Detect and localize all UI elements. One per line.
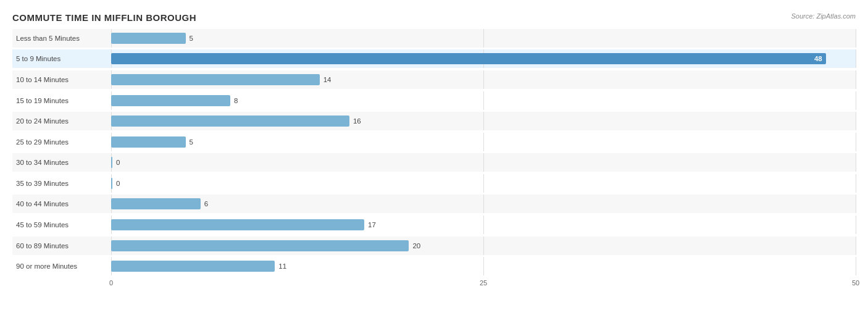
bar-wrapper: 48 (111, 49, 856, 68)
bars-section: Less than 5 Minutes55 to 9 Minutes4810 t… (12, 28, 856, 277)
bar-wrapper: 8 (111, 91, 856, 110)
bar-value: 8 (234, 97, 238, 104)
bar-row: 45 to 59 Minutes17 (12, 216, 856, 234)
bar-wrapper: 0 (111, 174, 856, 193)
bar-label: 5 to 9 Minutes (12, 55, 111, 62)
bar-fill (111, 115, 349, 127)
bar-wrapper: 14 (111, 70, 856, 89)
bar-row: 60 to 89 Minutes20 (12, 237, 856, 255)
bar-wrapper: 20 (111, 237, 856, 255)
bar-label: 20 to 24 Minutes (12, 117, 111, 125)
x-axis: 02550 (111, 277, 856, 289)
source-text: Source: ZipAtlas.com (791, 12, 856, 20)
bar-label: 30 to 34 Minutes (12, 159, 111, 166)
bar-wrapper: 11 (111, 257, 856, 275)
bar-fill (111, 33, 186, 44)
bar-value: 11 (278, 262, 286, 270)
bar-label: 15 to 19 Minutes (12, 97, 111, 104)
bar-row: 35 to 39 Minutes0 (12, 174, 856, 193)
bar-value: 0 (116, 159, 120, 166)
bar-label: 35 to 39 Minutes (12, 180, 111, 187)
x-axis-tick: 25 (480, 279, 487, 287)
bar-fill (111, 136, 186, 148)
bar-value: 17 (368, 221, 376, 229)
x-axis-tick: 0 (109, 279, 113, 287)
bar-wrapper: 17 (111, 216, 856, 234)
bar-value: 5 (190, 35, 193, 42)
x-axis-tick: 50 (852, 279, 859, 287)
bar-fill (111, 219, 364, 230)
bar-value: 6 (204, 200, 208, 208)
bar-wrapper: 0 (111, 153, 856, 172)
bar-row: 20 to 24 Minutes16 (12, 112, 856, 130)
bar-wrapper: 5 (111, 29, 856, 48)
bar-fill (111, 74, 320, 85)
bar-fill: 48 (111, 53, 826, 64)
bar-value: 14 (323, 76, 332, 83)
bar-label: Less than 5 Minutes (12, 35, 111, 42)
bar-row: 90 or more Minutes11 (12, 257, 856, 275)
bar-fill (111, 240, 409, 251)
chart-title: COMMUTE TIME IN MIFFLIN BOROUGH (12, 12, 856, 23)
bar-row: 5 to 9 Minutes48 (12, 49, 856, 68)
bar-label: 10 to 14 Minutes (12, 76, 111, 83)
bar-label: 90 or more Minutes (12, 262, 111, 270)
bar-value: 48 (814, 55, 822, 62)
bar-wrapper: 6 (111, 195, 856, 213)
bar-fill (111, 95, 230, 106)
bar-row: 30 to 34 Minutes0 (12, 153, 856, 172)
bar-wrapper: 16 (111, 112, 856, 130)
chart-area: Less than 5 Minutes55 to 9 Minutes4810 t… (12, 28, 856, 289)
bar-label: 40 to 44 Minutes (12, 200, 111, 208)
chart-container: COMMUTE TIME IN MIFFLIN BOROUGH Source: … (0, 0, 868, 323)
bar-row: 10 to 14 Minutes14 (12, 70, 856, 89)
bar-value: 20 (412, 242, 420, 250)
bar-fill (111, 261, 275, 272)
bar-fill (111, 157, 112, 168)
bar-value: 0 (116, 180, 120, 187)
bar-label: 45 to 59 Minutes (12, 221, 111, 229)
bar-fill (111, 178, 112, 189)
bar-label: 25 to 29 Minutes (12, 138, 111, 146)
bar-label: 60 to 89 Minutes (12, 242, 111, 250)
bar-value: 16 (353, 117, 361, 125)
bar-value: 5 (190, 138, 193, 146)
bar-fill (111, 198, 201, 209)
bar-row: 15 to 19 Minutes8 (12, 91, 856, 110)
bar-row: 25 to 29 Minutes5 (12, 133, 856, 151)
bar-wrapper: 5 (111, 133, 856, 151)
bar-row: Less than 5 Minutes5 (12, 29, 856, 48)
bar-row: 40 to 44 Minutes6 (12, 195, 856, 213)
